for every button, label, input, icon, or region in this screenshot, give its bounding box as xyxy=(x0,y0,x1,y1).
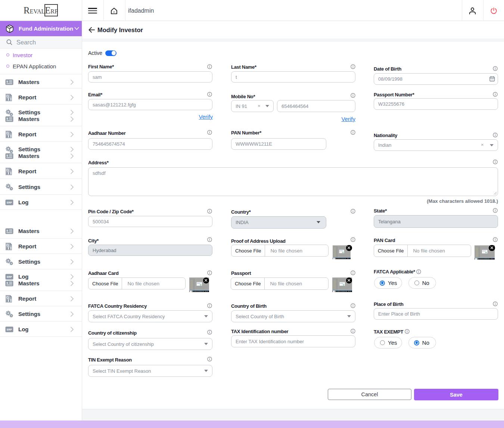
svg-text:ERP: ERP xyxy=(7,201,12,204)
svg-text:ERP: ERP xyxy=(7,276,12,278)
svg-text:ERP: ERP xyxy=(7,328,12,331)
